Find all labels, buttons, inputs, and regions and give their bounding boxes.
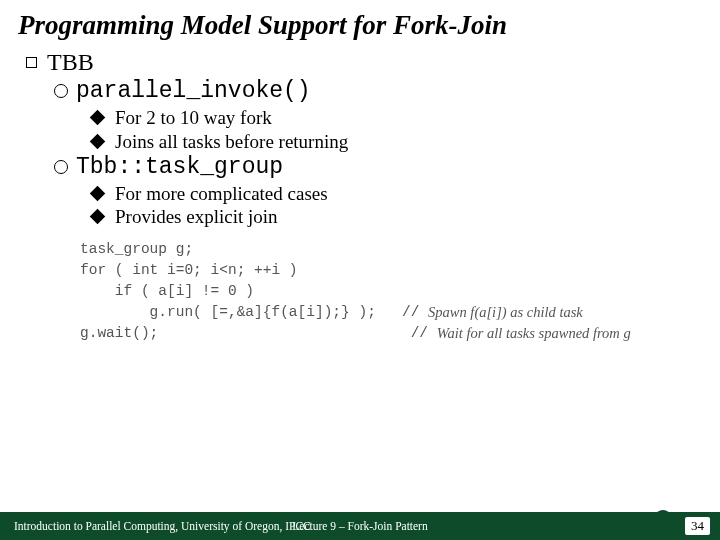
code-block: task_group g; for ( int i=0; i<n; ++i ) … <box>80 239 702 344</box>
diamond-bullet-icon <box>90 110 106 126</box>
code-comment: Spawn f(a[i]) as child task <box>428 302 583 323</box>
list-label: TBB <box>47 49 94 76</box>
code-line: for ( int i=0; i<n; ++i ) <box>80 260 298 281</box>
list-label: Provides explicit join <box>115 205 278 229</box>
code-line: g.wait(); <box>80 323 158 344</box>
list-label: Tbb::task_group <box>76 154 283 180</box>
list-label: For 2 to 10 way fork <box>115 106 272 130</box>
page-title: Programming Model Support for Fork-Join <box>0 0 720 49</box>
diamond-bullet-icon <box>90 185 106 201</box>
code-comment-slashes: // <box>376 302 428 323</box>
slide: Programming Model Support for Fork-Join … <box>0 0 720 540</box>
footer-left: Introduction to Parallel Computing, Univ… <box>0 520 311 532</box>
list-item-task-group: Tbb::task_group <box>54 154 702 180</box>
list-label: parallel_invoke() <box>76 78 311 104</box>
slide-body: TBB parallel_invoke() For 2 to 10 way fo… <box>0 49 720 540</box>
code-comment-slashes: // <box>158 323 436 344</box>
list-label: For more complicated cases <box>115 182 328 206</box>
slide-number: 34 <box>685 517 710 535</box>
footer-center: Lecture 9 – Fork-Join Pattern <box>292 520 427 532</box>
code-comment: Wait for all tasks spawned from g <box>437 323 631 344</box>
list-item: For more complicated cases <box>90 182 702 206</box>
footer-bar: Introduction to Parallel Computing, Univ… <box>0 512 720 540</box>
diamond-bullet-icon <box>90 209 106 225</box>
code-line: g.run( [=,&a]{f(a[i]);} ); <box>80 302 376 323</box>
code-line: task_group g; <box>80 239 193 260</box>
list-item: Joins all tasks before returning <box>90 130 702 154</box>
list-item: For 2 to 10 way fork <box>90 106 702 130</box>
square-bullet-icon <box>26 57 37 68</box>
diamond-bullet-icon <box>90 133 106 149</box>
circle-bullet-icon <box>54 160 68 174</box>
list-item: Provides explicit join <box>90 205 702 229</box>
code-line: if ( a[i] != 0 ) <box>80 281 254 302</box>
list-item-tbb: TBB <box>26 49 702 76</box>
list-item-parallel-invoke: parallel_invoke() <box>54 78 702 104</box>
circle-bullet-icon <box>54 84 68 98</box>
list-label: Joins all tasks before returning <box>115 130 348 154</box>
